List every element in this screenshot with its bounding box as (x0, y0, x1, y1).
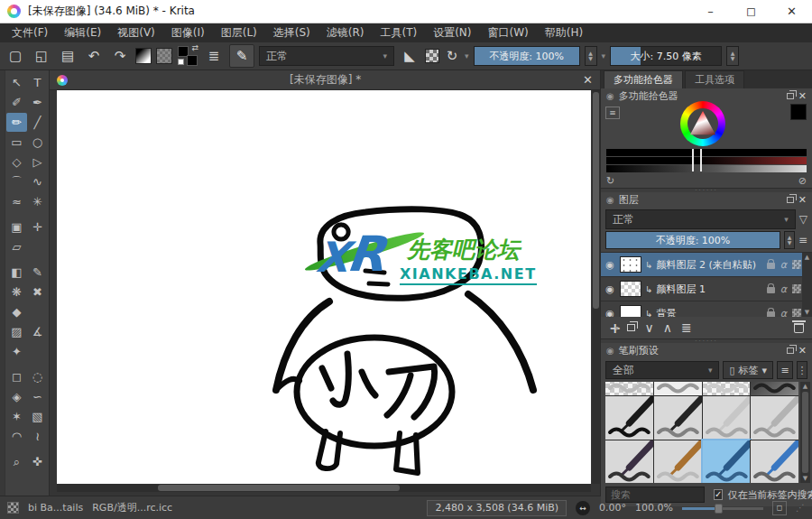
scroll-up-icon[interactable]: ▲ (803, 383, 807, 390)
close-button[interactable]: ✕ (771, 0, 812, 23)
color-sampler-tool[interactable]: ✎ (27, 263, 48, 282)
layer-list-scrollbar[interactable]: ▲▼ (802, 253, 812, 317)
shade-strip[interactable] (606, 157, 807, 164)
brush-preset-2[interactable] (703, 382, 751, 395)
undo-icon[interactable]: ↶ (83, 45, 105, 67)
background-color-swatch[interactable] (187, 55, 198, 66)
menu-item-7[interactable]: 工具(T) (372, 23, 425, 42)
preset-filter-dropdown[interactable]: 全部 ▾ (605, 361, 719, 379)
menu-item-9[interactable]: 窗口(W) (480, 23, 537, 42)
docker-lock-icon[interactable]: ◉ (606, 91, 614, 101)
edit-brush-settings-button[interactable]: ✎ (229, 44, 254, 68)
menu-item-2[interactable]: 视图(V) (109, 23, 163, 42)
brush-preset-9[interactable] (654, 440, 702, 483)
swap-colors-icon[interactable]: ⇄ (191, 43, 198, 52)
freehand-path-tool[interactable]: ∿ (27, 172, 48, 191)
zoom-fit-button[interactable]: ◻ (772, 501, 787, 515)
layer-alpha-icon[interactable]: α (780, 259, 787, 271)
scroll-down-icon[interactable]: ▼ (805, 309, 809, 316)
minimize-button[interactable]: – (690, 0, 731, 23)
smart-patch-tool[interactable]: ✖ (27, 283, 48, 301)
layer-name[interactable]: 背景 (656, 307, 762, 318)
close-panel-icon[interactable]: ✕ (798, 90, 807, 102)
opacity-slider[interactable]: 不透明度: 100% (474, 46, 580, 66)
color-wheel[interactable] (680, 101, 725, 146)
brush-preset-6[interactable] (703, 396, 751, 440)
scroll-down-icon[interactable]: ▼ (803, 475, 807, 482)
brush-size-slider[interactable]: 大小: 7.50 像素 (610, 46, 722, 66)
canvas-rotation-icon[interactable]: ↔ (576, 501, 590, 515)
similar-select-tool[interactable]: ✶ (6, 407, 27, 426)
freehand-select-tool[interactable]: ∽ (27, 387, 48, 406)
menu-item-0[interactable]: 文件(F) (4, 23, 56, 42)
brush-preset-0[interactable] (605, 382, 653, 395)
shade-strip[interactable] (606, 149, 807, 156)
preserve-alpha-icon[interactable] (425, 49, 439, 63)
add-layer-button[interactable]: +▾ (609, 320, 618, 337)
transform-tool[interactable]: ▣ (6, 218, 27, 236)
reload-preset-icon[interactable]: ↻ (444, 45, 460, 67)
layer-opacity-slider[interactable]: 不透明度: 100% (605, 231, 780, 249)
new-document-icon[interactable]: ▢ (5, 45, 26, 67)
inherit-alpha-icon[interactable] (792, 284, 801, 293)
display-mode-button[interactable]: ≡ (777, 361, 793, 379)
docker-lock-icon[interactable]: ◉ (606, 195, 614, 205)
brush-preset-7[interactable] (751, 396, 798, 440)
crop-tool[interactable]: ▱ (6, 237, 27, 256)
layer-lock-icon[interactable] (767, 311, 775, 317)
menu-item-6[interactable]: 滤镜(R) (318, 23, 373, 42)
rect-select-tool[interactable]: ◻ (6, 367, 27, 386)
layer-filter-icon[interactable]: ▽ (799, 213, 807, 226)
layer-thumbnail[interactable] (620, 256, 641, 273)
layer-opacity-spinner[interactable]: ▲▼ (784, 231, 795, 249)
layer-thumbnail[interactable] (620, 305, 641, 317)
reference-images-tool[interactable]: ✦ (6, 342, 27, 361)
menu-item-1[interactable]: 编辑(E) (56, 23, 109, 42)
duplicate-layer-button[interactable] (627, 324, 635, 331)
calligraphy-tool[interactable]: ✒ (27, 93, 48, 112)
layer-visibility-icon[interactable]: ◉ (604, 259, 616, 271)
move-tool[interactable]: ✛ (27, 218, 48, 236)
bezier-select-tool[interactable]: ◠ (6, 427, 27, 446)
chevron-down-icon[interactable]: ▾ (465, 51, 469, 60)
enclose-fill-tool[interactable]: ▨ (6, 322, 27, 341)
image-size-button[interactable]: 2,480 x 3,508 (34.6 MiB) (427, 500, 567, 516)
brush-preset-4[interactable] (605, 396, 653, 440)
save-document-icon[interactable]: ▤ (57, 45, 78, 67)
dynamic-brush-tool[interactable]: ≈ (6, 192, 27, 211)
preset-scrollbar[interactable]: ▲ ▼ (800, 382, 810, 483)
layer-visibility-icon[interactable]: ◉ (604, 283, 616, 295)
line-tool[interactable]: ╱ (27, 113, 48, 132)
foreground-background-colors[interactable]: ⇄ (177, 45, 198, 67)
tag-edit-button[interactable]: ⋮ (797, 361, 807, 379)
float-panel-icon[interactable] (787, 348, 794, 354)
layer-properties-button[interactable]: ≣ (681, 320, 692, 335)
color-triangle[interactable] (688, 109, 717, 138)
gradient-tool[interactable]: ◧ (6, 263, 27, 282)
inherit-alpha-icon[interactable] (792, 309, 801, 317)
text-tool[interactable]: T (27, 73, 48, 92)
maximize-button[interactable]: ◻ (731, 0, 771, 23)
dock-tab-1[interactable]: 工具选项 (685, 70, 744, 88)
close-panel-icon[interactable]: ✕ (798, 345, 807, 357)
edit-shapes-tool[interactable]: ✐ (6, 93, 27, 112)
layer-lock-icon[interactable] (767, 263, 775, 269)
brush-preset-5[interactable] (654, 396, 702, 440)
tags-button[interactable]: ▯ 标签 ▾ (723, 361, 773, 379)
magnetic-select-tool[interactable]: ≀ (27, 427, 48, 446)
choose-brush-preset-icon[interactable]: ≣ (203, 45, 225, 67)
shade-selector[interactable] (606, 149, 807, 172)
document-titlebar[interactable]: [未保存图像] * ✕ (50, 70, 600, 90)
move-layer-down-button[interactable]: ∨ (644, 320, 653, 335)
pattern-edit-tool[interactable]: ❋ (6, 283, 27, 301)
polygon-tool[interactable]: ◇ (6, 153, 27, 171)
canvas[interactable]: X R 先客吧论坛 XIANKEBA.NET (57, 90, 591, 484)
close-panel-icon[interactable]: ✕ (798, 194, 807, 206)
menu-item-5[interactable]: 选择(S) (265, 23, 318, 42)
layer-row-2[interactable]: ◉↳背景α (601, 301, 812, 317)
outline-select-tool[interactable]: ▧ (27, 407, 48, 426)
layer-lock-icon[interactable] (767, 287, 775, 293)
brush-preset-8[interactable] (605, 440, 653, 483)
ellipse-select-tool[interactable]: ◌ (27, 367, 48, 386)
resize-grip[interactable]: ⋰ (796, 503, 805, 513)
